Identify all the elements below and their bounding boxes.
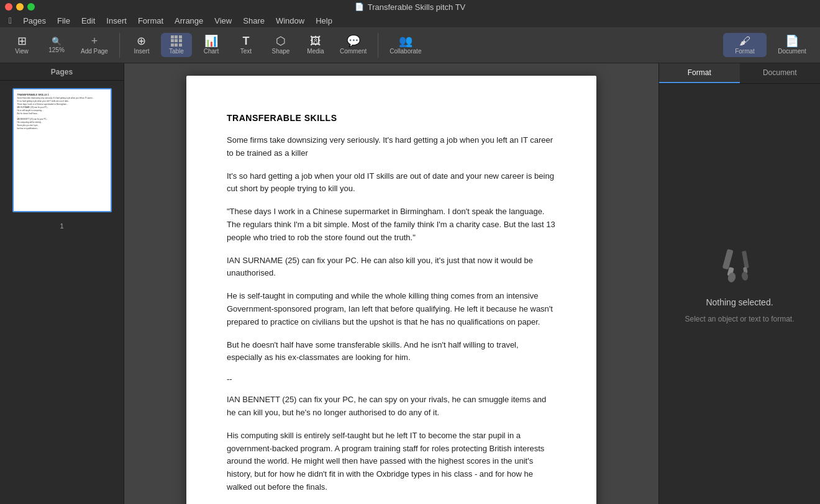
document-button[interactable]: 📄 Document [770,33,814,57]
menu-help[interactable]: Help [311,15,337,27]
menu-pages[interactable]: Pages [18,15,51,27]
document-page: TRANSFERABLE SKILLS Some firms take down… [186,76,596,504]
window-title: 📄 Transferable Skills pitch TV [355,2,466,12]
maximize-button[interactable] [27,3,35,11]
doc-para-1[interactable]: It's so hard getting a job when your old… [227,170,556,196]
table-icon [171,35,182,47]
menu-arrange[interactable]: Arrange [170,15,208,27]
chart-icon: 📊 [204,35,218,47]
insert-icon: ⊕ [137,35,146,47]
menu-format[interactable]: Format [133,15,168,27]
svg-rect-3 [742,251,749,269]
shape-button[interactable]: ⬡ Shape [265,33,296,57]
comment-icon: 💬 [347,35,360,47]
menu-view[interactable]: View [209,15,237,27]
tab-format[interactable]: Format [659,63,740,83]
menu-share[interactable]: Share [238,15,270,27]
doc-separator: -- [227,374,556,384]
thumbnail-content: TRANSFERABLE SKILLS 1 Some firms take do… [14,89,111,135]
canvas-area[interactable]: TRANSFERABLE SKILLS Some firms take down… [124,63,658,504]
tab-document[interactable]: Document [740,63,821,83]
page-number: 1 [0,222,124,230]
menu-window[interactable]: Window [271,15,309,27]
format-toolbar-button[interactable]: 🖌 Format [723,33,767,57]
shape-icon: ⬡ [276,35,286,47]
text-icon: T [242,35,249,47]
right-panel: Format Document Nothing selected. Select… [658,63,820,504]
separator-1 [119,33,120,58]
doc-para-4[interactable]: He is self-taught in computing and while… [227,290,556,328]
view-icon: ⊞ [17,35,27,47]
add-page-button[interactable]: + Add Page [76,33,113,57]
right-panel-tabs: Format Document [659,63,820,84]
minimize-button[interactable] [16,3,24,11]
separator-2 [378,33,378,58]
page-thumbnail-1[interactable]: TRANSFERABLE SKILLS 1 Some firms take do… [12,88,112,212]
add-page-icon: + [91,35,98,47]
media-icon: 🖼 [310,35,321,47]
insert-button[interactable]: ⊕ Insert [126,33,157,57]
media-button[interactable]: 🖼 Media [300,33,331,57]
view-button[interactable]: ⊞ View [6,33,37,57]
comment-button[interactable]: 💬 Comment [335,33,371,57]
format-icon: 🖌 [739,35,750,47]
doc-para-8[interactable]: His computing skill is entirely self-tau… [227,430,556,494]
text-button[interactable]: T Text [230,33,262,57]
document-icon: 📄 [355,2,364,11]
doc-para-5[interactable]: But he doesn't half have some transferab… [227,339,556,365]
document-title: TRANSFERABLE SKILLS [227,113,556,123]
pages-panel-header: Pages [0,63,124,81]
close-button[interactable] [5,3,12,11]
chart-button[interactable]: 📊 Chart [196,33,227,57]
apple-menu[interactable]:  [4,16,17,25]
menu-insert[interactable]: Insert [101,15,132,27]
menu-edit[interactable]: Edit [76,15,100,27]
doc-para-3[interactable]: IAN SURNAME (25) can fix your PC. He can… [227,254,556,281]
doc-para-0[interactable]: Some firms take downsizing very seriousl… [227,134,556,160]
menu-file[interactable]: File [52,15,75,27]
menubar:  Pages File Edit Insert Format Arrange … [0,14,820,27]
traffic-lights [5,3,35,11]
nothing-selected-title: Nothing selected. [706,297,773,307]
collaborate-button[interactable]: 👥 Collaborate [385,33,426,57]
collaborate-icon: 👥 [399,35,412,47]
zoom-icon: 🔍 [52,37,62,45]
doc-para-2[interactable]: "These days I work in a Chinese supermar… [227,205,556,244]
main-layout: Pages TRANSFERABLE SKILLS 1 Some firms t… [0,63,820,504]
doc-para-7[interactable]: IAN BENNETT (25) can fix your PC, he can… [227,394,556,420]
zoom-button[interactable]: 🔍 125% [41,35,72,56]
pages-panel: Pages TRANSFERABLE SKILLS 1 Some firms t… [0,63,124,504]
table-button[interactable]: Table [161,33,192,57]
nothing-selected-subtitle: Select an object or text to format. [685,315,794,323]
document-icon: 📄 [785,35,799,47]
paintbrush-icon [718,244,762,290]
titlebar: 📄 Transferable Skills pitch TV [0,0,820,14]
svg-rect-0 [722,249,733,269]
nothing-selected-state: Nothing selected. Select an object or te… [685,244,794,323]
toolbar: ⊞ View 🔍 125% + Add Page ⊕ Insert Table … [0,27,820,63]
svg-point-5 [740,271,748,281]
